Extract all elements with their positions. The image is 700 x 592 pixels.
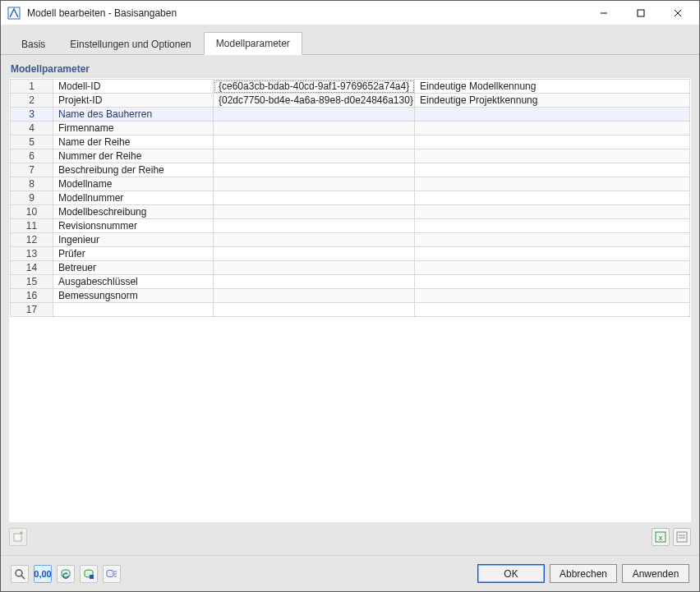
param-row[interactable]: 17: [11, 303, 690, 317]
param-name: Ingenieur: [53, 233, 214, 247]
db-refresh-icon[interactable]: [57, 565, 75, 583]
tabstrip: BasisEinstellungen und OptionenModellpar…: [1, 25, 699, 55]
svg-rect-5: [14, 534, 21, 541]
param-row[interactable]: 7Beschreibung der Reihe: [11, 163, 690, 177]
param-value[interactable]: [214, 303, 415, 317]
param-value[interactable]: [214, 289, 415, 303]
cancel-button[interactable]: Abbrechen: [550, 564, 617, 583]
param-value[interactable]: [214, 135, 415, 149]
param-description: [415, 205, 690, 219]
new-item-button[interactable]: [9, 528, 27, 546]
param-name: Modellname: [53, 177, 214, 191]
row-number: 15: [11, 275, 53, 289]
param-name: Nummer der Reihe: [53, 149, 214, 163]
param-description: [415, 163, 690, 177]
param-value[interactable]: [214, 275, 415, 289]
search-icon[interactable]: [11, 565, 29, 583]
param-row[interactable]: 2Projekt-ID{02dc7750-bd4e-4a6a-89e8-d0e2…: [11, 94, 690, 108]
param-value[interactable]: [214, 205, 415, 219]
row-number: 14: [11, 261, 53, 275]
param-description: [415, 191, 690, 205]
row-number: 4: [11, 122, 53, 135]
param-row[interactable]: 1Modell-ID{ce60a3cb-bdab-40cd-9af1-97696…: [11, 80, 690, 94]
row-number: 5: [11, 135, 53, 149]
param-name: Modell-ID: [53, 80, 214, 94]
param-row[interactable]: 15Ausgabeschlüssel: [11, 275, 690, 289]
row-number: 1: [11, 80, 53, 94]
param-value[interactable]: [214, 163, 415, 177]
param-name: Modellnummer: [53, 191, 214, 205]
param-value[interactable]: {02dc7750-bd4e-4a6a-89e8-d0e24846a130}: [214, 94, 415, 108]
tab-einstellungen-und-optionen[interactable]: Einstellungen und Optionen: [58, 33, 203, 55]
param-value[interactable]: [214, 122, 415, 135]
param-description: [415, 135, 690, 149]
param-row[interactable]: 13Prüfer: [11, 247, 690, 261]
param-name: Firmenname: [53, 122, 214, 135]
dialog-window: Modell bearbeiten - Basisangaben BasisEi…: [0, 0, 700, 592]
param-value[interactable]: [214, 219, 415, 233]
param-row[interactable]: 4Firmenname: [11, 122, 690, 135]
param-name: Name des Bauherren: [53, 108, 214, 122]
panel-title: Modellparameter: [9, 62, 691, 78]
param-value[interactable]: [214, 233, 415, 247]
param-value[interactable]: [214, 177, 415, 191]
param-name: Betreuer: [53, 261, 214, 275]
param-value[interactable]: [214, 191, 415, 205]
decimals-icon[interactable]: 0,00: [34, 565, 52, 583]
param-row[interactable]: 3Name des Bauherren: [11, 108, 690, 122]
svg-rect-15: [90, 575, 94, 579]
param-description: [415, 247, 690, 261]
param-row[interactable]: 14Betreuer: [11, 261, 690, 275]
param-name: [53, 303, 214, 317]
row-number: 3: [11, 108, 53, 122]
row-number: 10: [11, 205, 53, 219]
param-row[interactable]: 16Bemessungsnorm: [11, 289, 690, 303]
svg-rect-8: [677, 532, 687, 542]
param-description: [415, 275, 690, 289]
param-row[interactable]: 10Modellbeschreibung: [11, 205, 690, 219]
close-button[interactable]: [659, 2, 696, 25]
tab-basis[interactable]: Basis: [9, 33, 58, 55]
param-description: Eindeutige Projektkennung: [415, 94, 690, 108]
maximize-button[interactable]: [622, 2, 659, 25]
param-row[interactable]: 8Modellname: [11, 177, 690, 191]
svg-text:x: x: [659, 534, 663, 542]
param-value[interactable]: [214, 108, 415, 122]
app-icon: [7, 7, 21, 20]
dialog-buttonbar: 0,00 OK Abbrechen Anwenden: [1, 555, 699, 591]
param-description: [415, 177, 690, 191]
db-save-icon[interactable]: [80, 565, 98, 583]
row-number: 17: [11, 303, 53, 317]
param-row[interactable]: 6Nummer der Reihe: [11, 149, 690, 163]
svg-rect-2: [638, 10, 644, 16]
param-value[interactable]: [214, 247, 415, 261]
param-row[interactable]: 5Name der Reihe: [11, 135, 690, 149]
param-row[interactable]: 9Modellnummer: [11, 191, 690, 205]
window-title: Modell bearbeiten - Basisangaben: [27, 7, 177, 19]
grid-empty-area: [10, 317, 690, 521]
row-number: 8: [11, 177, 53, 191]
export-other-button[interactable]: [673, 528, 691, 546]
apply-button[interactable]: Anwenden: [622, 564, 689, 583]
row-number: 9: [11, 191, 53, 205]
parameter-table[interactable]: 1Modell-ID{ce60a3cb-bdab-40cd-9af1-97696…: [10, 79, 690, 317]
param-name: Modellbeschreibung: [53, 205, 214, 219]
content-area: Modellparameter 1Modell-ID{ce60a3cb-bdab…: [1, 55, 699, 555]
ok-button[interactable]: OK: [477, 564, 545, 583]
param-row[interactable]: 11Revisionsnummer: [11, 219, 690, 233]
param-name: Prüfer: [53, 247, 214, 261]
row-number: 16: [11, 289, 53, 303]
row-number: 13: [11, 247, 53, 261]
tab-modellparameter[interactable]: Modellparameter: [204, 32, 302, 55]
minimize-button[interactable]: [585, 2, 622, 25]
titlebar: Modell bearbeiten - Basisangaben: [1, 1, 699, 25]
param-name: Projekt-ID: [53, 94, 214, 108]
db-list-icon[interactable]: [103, 565, 121, 583]
param-value[interactable]: [214, 261, 415, 275]
row-number: 12: [11, 233, 53, 247]
param-name: Bemessungsnorm: [53, 289, 214, 303]
export-excel-button[interactable]: x: [652, 528, 670, 546]
param-row[interactable]: 12Ingenieur: [11, 233, 690, 247]
param-value[interactable]: {ce60a3cb-bdab-40cd-9af1-9769652a74a4}: [214, 80, 415, 94]
param-value[interactable]: [214, 149, 415, 163]
